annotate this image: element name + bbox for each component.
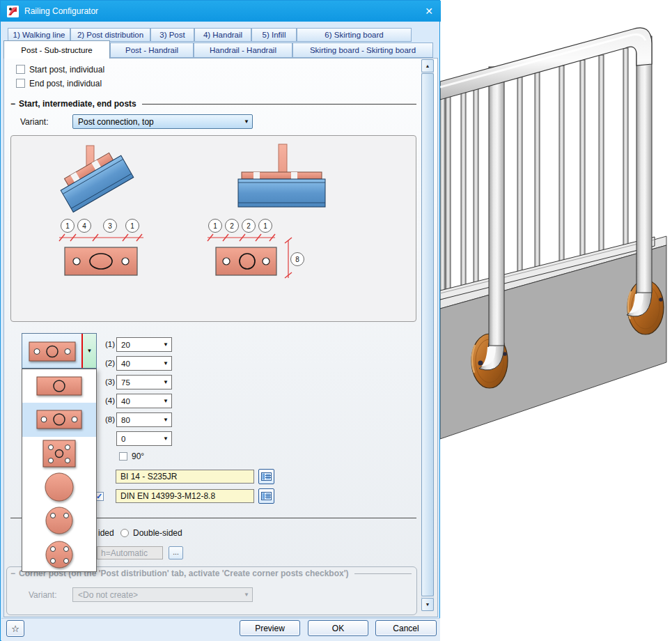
collapse-icon[interactable]: −	[10, 99, 15, 109]
variant-label: Variant:	[20, 117, 48, 127]
plate-option-rect-3holes[interactable]	[22, 403, 96, 436]
plate-rect-1hole-icon	[35, 375, 84, 397]
param-label-8: (8)	[98, 415, 115, 424]
height-field[interactable]: h=Automatic	[97, 546, 163, 559]
dim-label: 1	[65, 222, 70, 230]
posts-group-header: − Start, intermediate, end posts	[10, 99, 416, 109]
group-divider	[142, 104, 416, 105]
param-label-3: (3)	[98, 378, 115, 386]
bolt-catalog-button[interactable]	[258, 488, 274, 504]
param-label-4: (4)	[98, 396, 115, 405]
plate-circle-4holes-icon	[43, 540, 75, 569]
dim-label: 4	[82, 222, 86, 230]
dim-label: 1	[213, 222, 217, 230]
start-post-checkbox[interactable]	[16, 65, 25, 74]
tab-handrail[interactable]: 4) Handrail	[194, 28, 251, 42]
connection-diagram-panel: 1 4 3 1 1 2 2	[10, 135, 416, 322]
plate-rect-3holes-icon	[22, 339, 81, 364]
plate-material-value: BI 14 - S235JR	[120, 472, 177, 481]
chevron-down-icon: ▼	[241, 592, 252, 598]
window-title: Railing Configurator	[24, 6, 98, 16]
plate-material-field[interactable]: BI 14 - S235JR	[116, 470, 254, 484]
dim-label: 1	[263, 222, 267, 230]
param-4-combobox[interactable]: 40▼	[116, 394, 172, 408]
chevron-down-icon[interactable]: ▼	[83, 334, 96, 368]
chevron-down-icon: ▼	[160, 417, 171, 423]
corner-variant-label: Variant:	[29, 590, 56, 600]
plate-rect-4holes-icon	[41, 439, 77, 468]
height-value: h=Automatic	[101, 548, 148, 558]
param-1-value: 20	[117, 341, 160, 349]
plate-option-circle-plain[interactable]	[22, 470, 96, 504]
rotate-90-label: 90°	[132, 451, 144, 461]
thickness-dim-label: 8	[295, 256, 299, 263]
group-divider	[354, 573, 412, 574]
plate-circle-plain-icon	[43, 472, 75, 502]
tab-skirting-skirting[interactable]: Skirting board - Skirting board	[292, 43, 433, 58]
preview-button[interactable]: Preview	[240, 620, 300, 636]
param-label-2: (2)	[98, 359, 115, 367]
height-browse-button[interactable]: ...	[169, 546, 183, 559]
plate-circle-2holes-icon	[43, 506, 75, 535]
scrollbar-thumb[interactable]	[421, 73, 434, 596]
tab-skirting-board[interactable]: 6) Skirting board	[297, 28, 412, 42]
plate-option-circle-2holes[interactable]	[22, 504, 96, 537]
ok-button[interactable]: OK	[308, 620, 368, 636]
connection-diagram: 1 4 3 1 1 2 2	[11, 136, 416, 321]
footer-bar	[1, 618, 440, 641]
param-1-combobox[interactable]: 20▼	[116, 337, 172, 352]
tab-post[interactable]: 3) Post	[150, 28, 194, 42]
param-offset-combobox[interactable]: 0▼	[116, 431, 172, 446]
scroll-up-button[interactable]: ▲	[421, 59, 434, 72]
catalog-icon	[261, 472, 272, 481]
plate-option-rect-4holes-ring[interactable]	[22, 437, 96, 470]
double-sided-label: Double-sided	[133, 528, 182, 538]
cancel-button[interactable]: Cancel	[375, 620, 437, 636]
param-8-combobox[interactable]: 80▼	[116, 412, 172, 427]
first-side-option-fragment: ided	[98, 528, 114, 538]
railing-configurator-dialog: Railing Configurator ✕ 1) Walking line 2…	[0, 0, 440, 641]
corner-variant-combobox: <Do not create> ▼	[72, 587, 253, 602]
param-2-combobox[interactable]: 40▼	[116, 356, 172, 371]
dim-label: 2	[230, 222, 234, 230]
tab-handrail-handrail[interactable]: Handrail - Handrail	[194, 43, 292, 58]
plate-option-circle-4holes[interactable]	[22, 538, 96, 571]
param-3-combobox[interactable]: 75▼	[116, 375, 172, 389]
favorite-button[interactable]: ☆	[6, 620, 24, 637]
railing-configurator-screen: Railing Configurator ✕ 1) Walking line 2…	[0, 0, 672, 641]
scroll-down-button[interactable]: ▼	[421, 598, 434, 611]
chevron-down-icon: ▼	[160, 435, 171, 442]
chevron-down-icon: ▼	[160, 360, 171, 366]
titlebar[interactable]: Railing Configurator ✕	[1, 1, 441, 22]
tab-post-handrail[interactable]: Post - Handrail	[110, 43, 194, 58]
tab-walking-line[interactable]: 1) Walking line	[8, 28, 70, 42]
tab-post-substructure[interactable]: Post - Sub-structure	[3, 40, 110, 59]
double-sided-radio[interactable]	[120, 529, 129, 537]
tab-post-distribution[interactable]: 2) Post distribution	[70, 28, 150, 42]
rotate-90-checkbox[interactable]	[119, 452, 127, 461]
close-button[interactable]: ✕	[417, 1, 441, 22]
variant-combobox[interactable]: Post connection, top ▼	[72, 114, 253, 129]
chevron-down-icon: ▼	[160, 398, 171, 404]
plate-rect-3holes-icon	[35, 408, 84, 431]
dim-label: 2	[247, 222, 251, 230]
catalog-icon	[261, 491, 272, 501]
bolt-material-field[interactable]: DIN EN 14399-3-M12-8.8	[116, 489, 254, 503]
end-post-checkbox[interactable]	[16, 79, 25, 88]
param-8-value: 80	[117, 416, 160, 424]
variant-value: Post connection, top	[73, 117, 241, 127]
plate-type-dropdown-list	[22, 369, 97, 572]
plate-option-rect-1hole[interactable]	[22, 369, 96, 403]
dim-label: 3	[108, 222, 112, 230]
param-4-value: 40	[117, 397, 160, 406]
chevron-down-icon: ▼	[160, 341, 171, 348]
plate-type-combobox[interactable]: ▼	[22, 333, 97, 369]
chevron-down-icon: ▼	[241, 118, 252, 125]
corner-variant-value: <Do not create>	[73, 590, 241, 600]
param-label-1: (1)	[98, 340, 115, 348]
plate-catalog-button[interactable]	[258, 469, 274, 484]
bolt-material-value: DIN EN 14399-3-M12-8.8	[120, 491, 215, 501]
start-post-label: Start post, individual	[29, 65, 104, 75]
param-3-value: 75	[117, 378, 160, 387]
tab-infill[interactable]: 5) Infill	[251, 28, 297, 42]
